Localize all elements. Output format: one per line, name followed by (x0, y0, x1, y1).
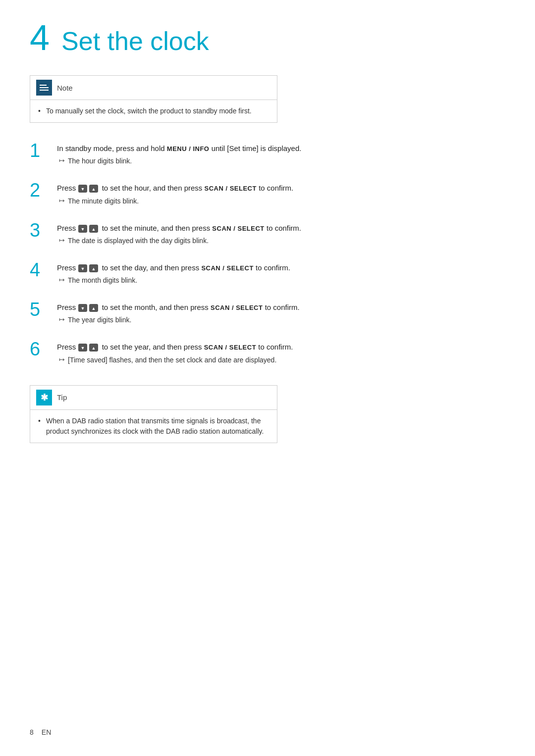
key-scan-select-6: SCAN / SELECT (204, 344, 256, 351)
step-4: 4 Press ▼▲ to set the day, and then pres… (30, 260, 505, 286)
step-3-text: Press ▼▲ to set the minute, and then pre… (57, 222, 505, 234)
svg-text:▲: ▲ (91, 306, 96, 311)
arrow-1: ↦ (59, 156, 65, 164)
step-2-text: Press ▼▲ to set the hour, and then press… (57, 182, 505, 194)
nav-button-icon-4: ▼▲ (78, 263, 100, 273)
tip-box: ✱ Tip When a DAB radio station that tran… (30, 385, 277, 443)
note-line-2 (40, 87, 49, 88)
arrow-2: ↦ (59, 197, 65, 204)
set-time-label: [Set time] (227, 144, 258, 152)
key-scan-select-3: SCAN / SELECT (212, 225, 264, 232)
star-icon: ✱ (41, 393, 48, 402)
time-saved-label: [Time saved] (68, 356, 107, 364)
svg-text:▲: ▲ (91, 227, 96, 232)
key-scan-select-5: SCAN / SELECT (211, 304, 263, 311)
note-lines-icon (40, 85, 49, 91)
note-label: Note (57, 84, 73, 92)
step-5-result: ↦ The year digits blink. (57, 315, 505, 325)
note-line-1 (40, 85, 47, 86)
page-footer: 8 EN (30, 728, 51, 736)
tip-icon: ✱ (36, 390, 52, 405)
step-4-result-text: The month digits blink. (68, 275, 137, 286)
step-4-number: 4 (30, 260, 57, 281)
chapter-title: Set the clock (61, 28, 209, 54)
step-1-content: In standby mode, press and hold MENU / I… (57, 141, 505, 166)
step-6-result-text: [Time saved] flashes, and then the set c… (68, 355, 276, 365)
note-box: Note To manually set the clock, switch t… (30, 75, 277, 123)
step-4-text: Press ▼▲ to set the day, and then press … (57, 262, 505, 273)
step-1: 1 In standby mode, press and hold MENU /… (30, 141, 505, 166)
step-3: 3 Press ▼▲ to set the minute, and then p… (30, 220, 505, 246)
step-3-result: ↦ The date is displayed with the day dig… (57, 236, 505, 246)
arrow-6: ↦ (59, 355, 65, 363)
note-item-1: To manually set the clock, switch the pr… (38, 106, 269, 116)
step-2: 2 Press ▼▲ to set the hour, and then pre… (30, 180, 505, 206)
tip-label: Tip (57, 393, 67, 402)
nav-button-icon-2: ▼▲ (78, 184, 100, 194)
nav-button-icon-5: ▼▲ (78, 303, 100, 313)
step-4-result: ↦ The month digits blink. (57, 275, 505, 286)
step-1-result-text: The hour digits blink. (68, 156, 132, 166)
key-menu-info-1: MENU / INFO (167, 145, 210, 152)
tip-content: When a DAB radio station that transmits … (30, 410, 277, 443)
step-5-text: Press ▼▲ to set the month, and then pres… (57, 302, 505, 313)
footer-content: 8 EN (30, 728, 51, 736)
page-header: 4 Set the clock (30, 20, 505, 55)
footer-page-number: 8 (30, 728, 34, 736)
step-3-number: 3 (30, 220, 57, 241)
tip-item-1: When a DAB radio station that transmits … (38, 416, 269, 437)
nav-button-icon-3: ▼▲ (78, 224, 100, 234)
step-6-content: Press ▼▲ to set the year, and then press… (57, 339, 505, 365)
note-icon (36, 80, 52, 96)
step-6-text: Press ▼▲ to set the year, and then press… (57, 341, 505, 353)
tip-header: ✱ Tip (30, 386, 277, 410)
svg-text:▼: ▼ (80, 306, 85, 311)
svg-text:▲: ▲ (91, 187, 96, 192)
footer-language: EN (42, 728, 51, 736)
step-6-number: 6 (30, 339, 57, 360)
step-5-content: Press ▼▲ to set the month, and then pres… (57, 300, 505, 325)
step-2-content: Press ▼▲ to set the hour, and then press… (57, 180, 505, 206)
key-scan-select-4: SCAN / SELECT (201, 264, 253, 272)
steps-container: 1 In standby mode, press and hold MENU /… (30, 141, 505, 365)
chapter-number: 4 (30, 20, 50, 55)
svg-text:▼: ▼ (80, 187, 85, 192)
svg-text:▲: ▲ (91, 266, 96, 271)
arrow-4: ↦ (59, 276, 65, 284)
svg-text:▼: ▼ (80, 346, 85, 351)
note-header: Note (30, 76, 277, 100)
step-5-number: 5 (30, 300, 57, 320)
arrow-5: ↦ (59, 315, 65, 323)
nav-button-icon-6: ▼▲ (78, 343, 100, 353)
key-scan-select-2: SCAN / SELECT (205, 185, 257, 192)
step-6-result: ↦ [Time saved] flashes, and then the set… (57, 355, 505, 365)
step-4-content: Press ▼▲ to set the day, and then press … (57, 260, 505, 286)
step-3-content: Press ▼▲ to set the minute, and then pre… (57, 220, 505, 246)
step-1-text: In standby mode, press and hold MENU / I… (57, 143, 505, 154)
step-6: 6 Press ▼▲ to set the year, and then pre… (30, 339, 505, 365)
step-3-result-text: The date is displayed with the day digit… (68, 236, 209, 246)
step-2-number: 2 (30, 180, 57, 201)
svg-text:▼: ▼ (80, 227, 85, 232)
svg-text:▼: ▼ (80, 266, 85, 271)
step-1-number: 1 (30, 141, 57, 161)
step-5: 5 Press ▼▲ to set the month, and then pr… (30, 300, 505, 325)
step-5-result-text: The year digits blink. (68, 315, 131, 325)
note-line-3 (40, 90, 49, 91)
step-1-result: ↦ The hour digits blink. (57, 156, 505, 166)
arrow-3: ↦ (59, 236, 65, 244)
note-content: To manually set the clock, switch the pr… (30, 100, 277, 122)
step-2-result-text: The minute digits blink. (68, 196, 139, 206)
tip-list: When a DAB radio station that transmits … (38, 416, 269, 437)
svg-text:▲: ▲ (91, 346, 96, 351)
step-2-result: ↦ The minute digits blink. (57, 196, 505, 206)
note-list: To manually set the clock, switch the pr… (38, 106, 269, 116)
